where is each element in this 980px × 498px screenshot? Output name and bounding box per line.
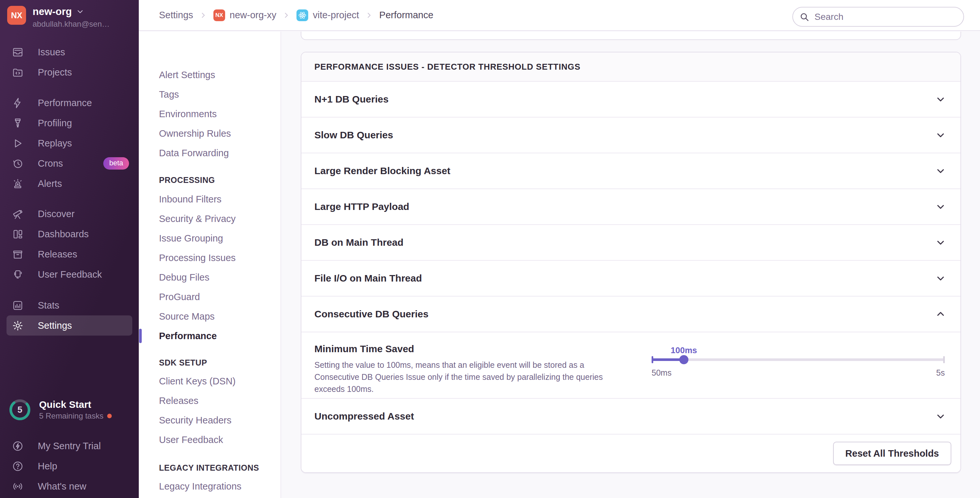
sidebar-item-label: Crons (38, 158, 63, 169)
sidebar-item-discover[interactable]: Discover (0, 204, 139, 224)
settings-nav-debug-files[interactable]: Debug Files (139, 268, 280, 287)
crons-icon (12, 158, 24, 169)
sidebar-item-label: Alerts (38, 178, 62, 189)
sidebar-item-label: Replays (38, 138, 72, 149)
accordion-row-n1-db-queries[interactable]: N+1 DB Queries (301, 82, 961, 117)
profiling-icon (12, 117, 24, 129)
settings-nav-legacy-integrations[interactable]: Legacy Integrations (139, 476, 280, 496)
react-project-icon (296, 10, 308, 21)
settings-nav-ownership-rules[interactable]: Ownership Rules (139, 124, 280, 143)
slider-track[interactable] (652, 358, 945, 361)
settings-icon (12, 320, 24, 331)
reset-all-thresholds-button[interactable]: Reset All Thresholds (833, 442, 951, 465)
settings-nav-section-processing: PROCESSING (139, 172, 280, 188)
search-input[interactable] (792, 7, 964, 27)
sidebar-item-help[interactable]: Help (0, 456, 139, 476)
dashboards-icon (12, 228, 24, 240)
sidebar-item-performance[interactable]: Performance (0, 93, 139, 113)
previous-card-tail (301, 32, 961, 40)
projects-icon (12, 67, 24, 78)
settings-nav-environments[interactable]: Environments (139, 104, 280, 124)
replays-icon (12, 138, 24, 149)
quick-start-title: Quick Start (39, 399, 112, 410)
sidebar-nav-tertiary: Stats Settings (0, 295, 139, 336)
breadcrumb-organization[interactable]: NX new-org-xy (213, 10, 276, 21)
settings-nav-section-sdk-setup: SDK SETUP (139, 354, 280, 371)
search-box (792, 7, 964, 27)
sidebar-item-label: Settings (38, 320, 72, 331)
sidebar-item-label: My Sentry Trial (38, 441, 101, 452)
sidebar-item-issues[interactable]: Issues (0, 42, 139, 62)
chevron-down-icon (935, 237, 946, 248)
chevron-right-icon (199, 11, 208, 19)
settings-nav-source-maps[interactable]: Source Maps (139, 307, 280, 326)
settings-nav-issue-grouping[interactable]: Issue Grouping (139, 228, 280, 248)
sidebar-item-projects[interactable]: Projects (0, 62, 139, 82)
quick-start[interactable]: 5 Quick Start 5 Remaining tasks (0, 398, 139, 422)
slider-max-cap (943, 356, 945, 363)
chevron-down-icon (935, 94, 946, 105)
sidebar-item-alerts[interactable]: Alerts (0, 173, 139, 193)
sidebar-item-dashboards[interactable]: Dashboards (0, 224, 139, 244)
settings-nav-releases[interactable]: Releases (139, 391, 280, 411)
org-email: abdullah.khan@sen… (33, 19, 110, 29)
detector-threshold-panel: PERFORMANCE ISSUES - DETECTOR THRESHOLD … (301, 52, 961, 473)
sidebar-item-crons[interactable]: Crons beta (0, 153, 139, 173)
settings-nav-tags[interactable]: Tags (139, 85, 280, 104)
alerts-icon (12, 178, 24, 189)
org-switcher[interactable]: NX new-org abdullah.khan@sen… (0, 0, 139, 29)
accordion-row-uncompressed-asset[interactable]: Uncompressed Asset (301, 399, 961, 435)
accordion-row-large-http-payload[interactable]: Large HTTP Payload (301, 189, 961, 225)
settings-nav-processing-issues[interactable]: Processing Issues (139, 248, 280, 268)
quick-start-progress-ring: 5 (8, 398, 32, 422)
chevron-down-icon (76, 8, 84, 16)
accordion-row-large-render-blocking-asset[interactable]: Large Render Blocking Asset (301, 153, 961, 189)
detail-description: Setting the value to 100ms, means that a… (314, 359, 617, 395)
sidebar-item-releases[interactable]: Releases (0, 244, 139, 264)
sidebar-item-replays[interactable]: Replays (0, 133, 139, 153)
settings-nav-user-feedback[interactable]: User Feedback (139, 430, 280, 449)
sidebar-item-settings[interactable]: Settings (6, 316, 132, 336)
accordion-row-file-io-on-main-thread[interactable]: File I/O on Main Thread (301, 261, 961, 297)
sidebar-item-label: Performance (38, 98, 92, 108)
sidebar-nav-secondary: Discover Dashboards Releases User Feedba… (0, 204, 139, 284)
chevron-down-icon (935, 130, 946, 141)
accordion-row-slow-db-queries[interactable]: Slow DB Queries (301, 117, 961, 153)
settings-nav-security-privacy[interactable]: Security & Privacy (139, 209, 280, 228)
slider-thumb[interactable] (679, 355, 689, 364)
performance-icon (12, 97, 24, 109)
settings-nav-client-keys[interactable]: Client Keys (DSN) (139, 371, 280, 391)
org-avatar-initials: NX (11, 11, 22, 20)
settings-nav-inbound-filters[interactable]: Inbound Filters (139, 189, 280, 209)
chevron-down-icon (935, 411, 946, 422)
settings-nav-performance[interactable]: Performance (139, 326, 280, 346)
sidebar-item-label: Profiling (38, 118, 72, 128)
chevron-down-icon (935, 201, 946, 212)
active-indicator (139, 329, 142, 343)
sidebar-item-stats[interactable]: Stats (0, 295, 139, 316)
sidebar-item-label: Help (38, 461, 57, 472)
slider-value-label: 100ms (671, 345, 697, 355)
org-badge: NX (213, 10, 225, 21)
breadcrumb-settings[interactable]: Settings (159, 10, 193, 21)
settings-nav-proguard[interactable]: ProGuard (139, 287, 280, 307)
accordion-row-db-on-main-thread[interactable]: DB on Main Thread (301, 225, 961, 261)
settings-nav-security-headers[interactable]: Security Headers (139, 411, 280, 430)
sidebar-item-label: Dashboards (38, 229, 89, 239)
app: NX new-org abdullah.khan@sen… Issues Pro… (0, 0, 980, 498)
breadcrumb-page: Performance (379, 10, 433, 21)
slider-max-label: 5s (936, 368, 945, 377)
beta-badge: beta (103, 157, 129, 170)
stats-icon (12, 300, 24, 311)
sidebar-item-label: What's new (38, 481, 86, 492)
accordion-row-consecutive-db-queries[interactable]: Consecutive DB Queries (301, 297, 961, 332)
quick-start-count: 5 (8, 398, 32, 422)
releases-icon (12, 249, 24, 260)
sidebar-item-user-feedback[interactable]: User Feedback (0, 264, 139, 284)
sidebar-item-my-sentry-trial[interactable]: My Sentry Trial (0, 436, 139, 456)
settings-nav-alert-settings[interactable]: Alert Settings (139, 65, 280, 85)
breadcrumb-project[interactable]: vite-project (296, 10, 359, 21)
sidebar-item-whats-new[interactable]: What's new (0, 476, 139, 496)
settings-nav-data-forwarding[interactable]: Data Forwarding (139, 143, 280, 163)
sidebar-item-profiling[interactable]: Profiling (0, 113, 139, 133)
